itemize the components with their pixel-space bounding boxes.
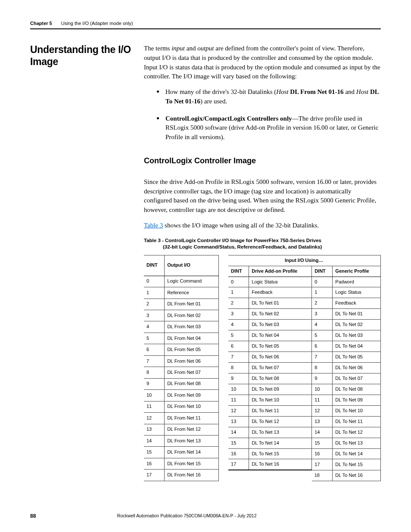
table-row: 12DL To Net 1112DL To Net 10: [228, 405, 380, 416]
cell-dint: 8: [144, 367, 165, 378]
cell-label: DL To Net 04: [249, 330, 312, 341]
output-rows: 0Logic Command1Reference2DL From Net 013…: [144, 276, 219, 481]
cell-label: DL From Net 12: [165, 424, 219, 435]
cell-dint: 1: [312, 287, 333, 298]
cell-dint: 17: [144, 470, 165, 481]
table-row: 3DL To Net 023DL To Net 01: [228, 309, 380, 320]
cell-label: DL From Net 04: [165, 333, 219, 344]
cell-dint: 10: [312, 384, 333, 395]
cell-label: DL To Net 03: [333, 330, 381, 341]
cell-dint: 12: [312, 405, 333, 416]
cell-label: DL To Net 05: [249, 341, 312, 352]
cell-label: DL To Net 16: [333, 470, 381, 481]
cell-label: DL To Net 14: [249, 438, 312, 448]
chapter-label: Chapter 5: [30, 21, 52, 26]
cell-label: DL To Net 08: [333, 384, 381, 395]
cell-label: DL To Net 11: [333, 416, 381, 427]
cell-dint: 4: [228, 320, 249, 330]
cell-dint: 13: [228, 416, 249, 427]
cell-label: DL To Net 01: [249, 298, 312, 309]
cell-label: DL From Net 13: [165, 435, 219, 446]
table-row: 11DL To Net 1011DL To Net 09: [228, 395, 380, 405]
cell-dint: 14: [228, 427, 249, 438]
table-row: 14DL To Net 1314DL To Net 12: [228, 427, 380, 438]
table-row: 0Logic Status0Padword: [228, 277, 380, 287]
cell-dint: 14: [312, 427, 333, 438]
tables-wrap: DINT Output I/O 0Logic Command1Reference…: [144, 255, 381, 481]
cell-dint: 8: [312, 363, 333, 373]
cell-dint: 3: [144, 310, 165, 321]
cell-label: DL To Net 05: [333, 352, 381, 363]
cell-dint: 16: [312, 448, 333, 459]
running-head: Chapter 5 Using the I/O (Adapter mode on…: [30, 21, 381, 29]
cell-dint: 17: [228, 459, 249, 470]
page-number: 88: [30, 513, 36, 519]
table-row: 17DL From Net 16: [144, 470, 219, 481]
cell-dint: 1: [228, 287, 249, 298]
cell-dint: 4: [312, 320, 333, 330]
cell-label: Padword: [333, 277, 381, 287]
cell-label: DL To Net 15: [249, 448, 312, 459]
cell-label: DL To Net 07: [333, 373, 381, 384]
table-row: 9DL From Net 08: [144, 378, 219, 389]
cell-dint: 7: [312, 352, 333, 363]
table-row: 15DL From Net 14: [144, 447, 219, 458]
table-row: 4DL From Net 03: [144, 321, 219, 333]
cell-dint: 12: [228, 405, 249, 416]
cell-label: DL To Net 12: [333, 427, 381, 438]
table-row: 1Reference: [144, 287, 219, 299]
cell-dint: 13: [312, 416, 333, 427]
sub-heading: ControlLogix Controller Image: [144, 155, 381, 166]
cell-label: DL From Net 06: [165, 355, 219, 367]
cell-label: DL To Net 06: [249, 352, 312, 363]
cell-dint: 2: [144, 299, 165, 310]
cell-dint: 6: [228, 341, 249, 352]
header-dint-generic: DINT: [312, 266, 333, 277]
table-row: 2DL From Net 01: [144, 299, 219, 310]
header-input-io-using: Input I/O Using…: [228, 255, 380, 266]
cell-label: DL From Net 08: [165, 378, 219, 389]
table-row: 10DL From Net 09: [144, 390, 219, 401]
cell-label: DL To Net 12: [249, 416, 312, 427]
cell-label: DL From Net 09: [165, 390, 219, 401]
cell-label: DL From Net 02: [165, 310, 219, 321]
table-row: 9DL To Net 089DL To Net 07: [228, 373, 380, 384]
bullet-list: How many of the drive's 32-bit Datalinks…: [144, 87, 381, 142]
table-row: 7DL To Net 067DL To Net 05: [228, 352, 380, 363]
link-sentence: Table 3 shows the I/O image when using a…: [144, 221, 381, 230]
input-io-table: Input I/O Using… DINT Drive Add-on Profi…: [228, 255, 381, 481]
cell-label: DL From Net 07: [165, 367, 219, 378]
table-row: 6DL To Net 056DL To Net 04: [228, 341, 380, 352]
cell-dint: 10: [228, 384, 249, 395]
cell-dint: 1: [144, 287, 165, 299]
cell-dint: 15: [228, 438, 249, 448]
table-row: 5DL To Net 045DL To Net 03: [228, 330, 380, 341]
cell-label: Feedback: [333, 298, 381, 309]
cell-label: DL To Net 14: [333, 448, 381, 459]
table-caption-line1: Table 3 - ControlLogix Controller I/O Im…: [144, 238, 321, 243]
cell-dint: 13: [144, 424, 165, 435]
table-row: 2DL To Net 012Feedback: [228, 298, 380, 309]
header-dint-addon: DINT: [228, 266, 249, 277]
header-generic: Generic Profile: [333, 266, 381, 277]
table-row: 0Logic Command: [144, 276, 219, 287]
table-row: 17DL To Net 1617DL To Net 15: [228, 459, 380, 470]
table-row: 16DL From Net 15: [144, 458, 219, 469]
cell-dint: 7: [144, 355, 165, 367]
cell-dint: 9: [228, 373, 249, 384]
table-link[interactable]: Table 3: [144, 222, 163, 229]
cell-label: DL From Net 14: [165, 447, 219, 458]
cell-dint: 16: [228, 448, 249, 459]
cell-label: DL To Net 04: [333, 341, 381, 352]
cell-dint: 11: [312, 395, 333, 405]
cell-label: DL To Net 01: [333, 309, 381, 320]
cell-label: DL From Net 03: [165, 321, 219, 333]
cell-label: DL To Net 09: [333, 395, 381, 405]
cell-label: DL From Net 01: [165, 299, 219, 310]
cell-dint: 18: [312, 470, 333, 481]
cell-dint: 0: [144, 276, 165, 287]
table-row: 8DL To Net 078DL To Net 06: [228, 363, 380, 373]
table-row: 12DL From Net 11: [144, 413, 219, 424]
cell-dint: 8: [228, 363, 249, 373]
cell-dint: 3: [228, 309, 249, 320]
